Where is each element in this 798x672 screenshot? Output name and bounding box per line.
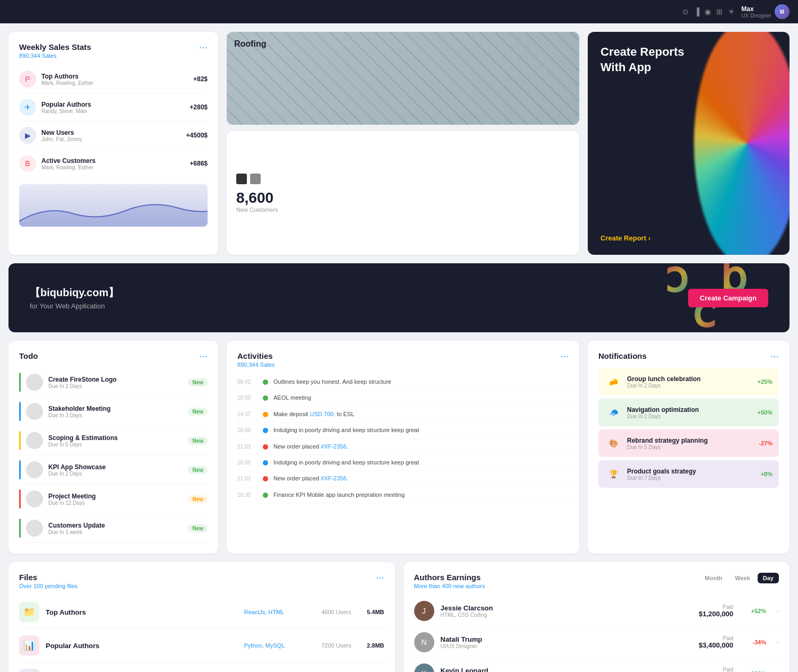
notif-icon: 🧀 xyxy=(605,373,622,390)
activities-subtitle: 890,344 Sales xyxy=(237,361,274,368)
todo-name: Create FireStone Logo xyxy=(48,376,183,383)
notif-item[interactable]: 🧢 Navigation optimization Due In 2 Days … xyxy=(598,399,779,426)
stat-people: Mark, Rowling, Esther xyxy=(41,80,188,86)
stat-icon: ✈ xyxy=(19,99,36,116)
stat-item: ✈ Popular Authors Randy, Steve, Mike +28… xyxy=(19,93,208,122)
todo-avatar xyxy=(26,432,43,449)
file-item[interactable]: 📊 Popular Authors Python, MySQL 7200 Use… xyxy=(19,629,384,662)
stat-people: Randy, Steve, Mike xyxy=(41,108,184,114)
activity-dot xyxy=(263,476,268,481)
notif-item[interactable]: 🧀 Group lunch celebration Due In 2 Days … xyxy=(598,368,779,395)
battery-icon: ▐ xyxy=(694,7,699,16)
author-item[interactable]: N Natali Trump UI/UX Designer Paid $3,40… xyxy=(414,627,779,658)
notif-value: +50% xyxy=(758,409,773,416)
notifications-title: Notifications xyxy=(598,351,647,360)
author-role: HTML, CSS Coding xyxy=(441,612,692,618)
period-tab-day[interactable]: Day xyxy=(758,573,779,583)
stat-value: +280$ xyxy=(190,104,208,111)
todo-menu[interactable]: ⋯ xyxy=(199,351,208,361)
activity-dot xyxy=(263,460,268,466)
activity-item: 10:00 AEOL meeting xyxy=(237,390,569,406)
notifications-menu[interactable]: ⋯ xyxy=(770,351,779,361)
activity-list: 08:42 Outlines keep you honest. And keep… xyxy=(237,374,569,503)
avatar[interactable]: M xyxy=(775,4,790,19)
file-icon: 📊 xyxy=(19,635,39,656)
author-avatar: J xyxy=(414,601,434,621)
activities-menu[interactable]: ⋯ xyxy=(560,351,569,361)
notif-value: +25% xyxy=(758,378,773,385)
planet-decoration xyxy=(694,32,790,255)
activity-link[interactable]: USD 700. xyxy=(310,411,335,417)
todo-item[interactable]: Scoping & Estimations Due In 5 Days New xyxy=(19,426,208,455)
stat-people: Mark, Rowling, Esther xyxy=(41,165,184,170)
notif-due: Due In 7 Days xyxy=(627,475,756,481)
brightness-icon[interactable]: ☀ xyxy=(728,7,735,16)
arrow-right-icon: › xyxy=(648,234,650,242)
todo-item[interactable]: Project Meeting Due In 12 Days New xyxy=(19,485,208,514)
stat-icon: P xyxy=(19,71,36,88)
todo-due: Due In 1 week xyxy=(48,529,183,535)
activities-title: Activities xyxy=(237,351,274,360)
activity-text: Outlines keep you honest. And keep struc… xyxy=(273,378,391,386)
activity-link[interactable]: #XF-2356. xyxy=(321,443,348,450)
file-icon: 👤 xyxy=(19,669,39,672)
stat-info: New Users John, Pat, Jimmy xyxy=(41,129,181,142)
top-nav: ⊙ ▐ ◉ ⊞ ☀ Max UX Designer M xyxy=(0,0,798,23)
notif-icon: 🎨 xyxy=(605,435,622,452)
stat-name: Top Authors xyxy=(41,73,188,80)
activity-item: 16:50 Indulging in poorly driving and ke… xyxy=(237,423,569,438)
stat-name: Active Customers xyxy=(41,157,184,165)
todo-info: Scoping & Estimations Due In 5 Days xyxy=(48,434,183,447)
arrow-right-icon: › xyxy=(777,639,779,646)
author-earned: Paid $1,200,000 xyxy=(699,604,733,618)
period-tab-month[interactable]: Month xyxy=(699,573,727,583)
todo-item[interactable]: KPI App Showcase Due In 2 Days New xyxy=(19,455,208,485)
customers-number: 8,600 xyxy=(236,189,570,206)
notif-title: Product goals strategy xyxy=(627,468,756,475)
roofing-label: Roofing xyxy=(234,39,266,49)
row4: Files Over 100 pending files ⋯ 📁 Top Aut… xyxy=(8,562,790,672)
period-tab-week[interactable]: Week xyxy=(730,573,756,583)
activity-text: Indulging in poorly driving and keep str… xyxy=(273,459,419,467)
file-list: 📁 Top Authors ReactJs, HTML 4600 Users 5… xyxy=(19,596,384,672)
files-card: Files Over 100 pending files ⋯ 📁 Top Aut… xyxy=(8,562,395,672)
activity-dot xyxy=(263,444,268,450)
roofing-image: Roofing xyxy=(227,32,579,125)
file-item[interactable]: 👤 New Users Laravel, Metronic 890 Users … xyxy=(19,662,384,672)
stat-value: +82$ xyxy=(193,75,208,83)
todo-bar xyxy=(19,489,21,509)
create-campaign-button[interactable]: Create Campaign xyxy=(688,289,768,307)
author-item[interactable]: K Kevin Leonard Art Director Paid $35,60… xyxy=(414,658,779,672)
file-users: 7200 Users xyxy=(309,642,351,649)
stat-list: P Top Authors Mark, Rowling, Esther +82$… xyxy=(19,65,208,178)
notif-due: Due In 5 Days xyxy=(627,444,753,450)
search-icon[interactable]: ⊙ xyxy=(682,7,689,16)
activity-item: 14:37 Make deposit USD 700. to ESL xyxy=(237,407,569,423)
todo-title: Todo xyxy=(19,351,38,360)
todo-due: Due In 5 Days xyxy=(48,442,183,447)
activity-time: 21:03 xyxy=(237,444,258,450)
icon-box-light xyxy=(250,174,261,184)
notif-item[interactable]: 🎨 Rebrand strategy planning Due In 5 Day… xyxy=(598,429,779,457)
files-menu[interactable]: ⋯ xyxy=(376,573,384,583)
author-avatar: K xyxy=(414,664,434,672)
todo-item[interactable]: Stakeholder Meeting Due In 3 Days New xyxy=(19,397,208,426)
todo-item[interactable]: Customers Update Due In 1 week New xyxy=(19,514,208,543)
notif-value: +8% xyxy=(761,471,773,477)
todo-info: KPI App Showcase Due In 2 Days xyxy=(48,463,183,477)
authors-header: Authors Earnings More than 400 new autho… xyxy=(414,573,779,589)
todo-name: Scoping & Estimations xyxy=(48,434,183,442)
weekly-sales-menu[interactable]: ⋯ xyxy=(199,42,208,53)
author-item[interactable]: J Jessie Clarcson HTML, CSS Coding Paid … xyxy=(414,596,779,627)
activity-link[interactable]: #XF-2356. xyxy=(321,475,348,481)
notif-item[interactable]: 🏆 Product goals strategy Due In 7 Days +… xyxy=(598,460,779,488)
notif-info: Navigation optimization Due In 2 Days xyxy=(627,406,752,419)
user-role: UX Designer xyxy=(741,13,771,19)
todo-badge: New xyxy=(188,437,208,445)
activity-item: 08:42 Outlines keep you honest. And keep… xyxy=(237,374,569,390)
todo-avatar xyxy=(26,490,43,507)
file-item[interactable]: 📁 Top Authors ReactJs, HTML 4600 Users 5… xyxy=(19,596,384,629)
stat-name: New Users xyxy=(41,129,181,136)
todo-item[interactable]: Create FireStone Logo Due In 2 Days New xyxy=(19,368,208,397)
icon-box-dark xyxy=(236,174,247,184)
